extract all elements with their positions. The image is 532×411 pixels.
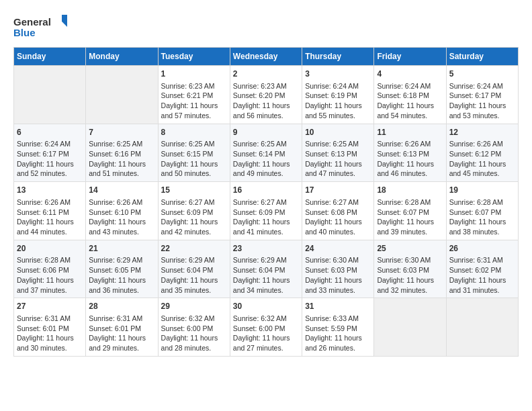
calendar-cell: 30Sunrise: 6:32 AMSunset: 6:00 PMDayligh… [230, 298, 302, 357]
day-number: 10 [305, 127, 371, 138]
daylight-text: Daylight: 11 hours and 57 minutes. [161, 101, 218, 120]
daylight-text: Daylight: 11 hours and 46 minutes. [377, 160, 434, 178]
sunset-text: Sunset: 6:01 PM [17, 324, 69, 332]
day-number: 6 [17, 127, 83, 138]
svg-text:Blue: Blue [13, 27, 36, 38]
sunset-text: Sunset: 6:19 PM [305, 91, 357, 99]
daylight-text: Daylight: 11 hours and 55 minutes. [305, 101, 362, 120]
calendar-cell [374, 298, 446, 357]
daylight-text: Daylight: 11 hours and 35 minutes. [161, 276, 218, 294]
sunset-text: Sunset: 6:04 PM [161, 266, 214, 274]
daylight-text: Daylight: 11 hours and 38 minutes. [449, 218, 506, 236]
calendar-cell: 3Sunrise: 6:24 AMSunset: 6:19 PMDaylight… [302, 66, 374, 124]
sunset-text: Sunset: 6:11 PM [17, 208, 69, 216]
day-number: 12 [449, 127, 515, 138]
daylight-text: Daylight: 11 hours and 32 minutes. [377, 276, 434, 294]
day-header: Sunday [14, 48, 86, 66]
sunset-text: Sunset: 6:13 PM [377, 150, 429, 158]
sunrise-text: Sunrise: 6:26 AM [377, 140, 431, 148]
daylight-text: Daylight: 11 hours and 54 minutes. [377, 101, 434, 120]
logo-svg: General Blue [13, 13, 67, 40]
sunset-text: Sunset: 6:17 PM [449, 91, 502, 99]
day-number: 21 [89, 243, 154, 255]
day-number: 19 [449, 185, 515, 196]
sunrise-text: Sunrise: 6:32 AM [161, 314, 215, 322]
sunrise-text: Sunrise: 6:25 AM [305, 140, 359, 148]
day-number: 15 [161, 185, 227, 196]
day-number: 4 [377, 68, 443, 80]
sunrise-text: Sunrise: 6:24 AM [449, 82, 503, 90]
daylight-text: Daylight: 11 hours and 52 minutes. [17, 160, 74, 178]
day-number: 17 [305, 185, 371, 196]
daylight-text: Daylight: 11 hours and 50 minutes. [161, 160, 218, 178]
calendar-cell [86, 66, 158, 124]
calendar-cell: 31Sunrise: 6:33 AMSunset: 5:59 PMDayligh… [302, 298, 374, 357]
sunset-text: Sunset: 6:15 PM [161, 150, 214, 158]
calendar-cell: 5Sunrise: 6:24 AMSunset: 6:17 PMDaylight… [446, 66, 518, 124]
sunset-text: Sunset: 6:00 PM [233, 324, 285, 332]
day-number: 5 [449, 68, 515, 80]
daylight-text: Daylight: 11 hours and 29 minutes. [89, 334, 146, 352]
daylight-text: Daylight: 11 hours and 42 minutes. [161, 218, 218, 236]
sunrise-text: Sunrise: 6:28 AM [377, 198, 431, 206]
day-number: 30 [233, 301, 299, 312]
daylight-text: Daylight: 11 hours and 56 minutes. [233, 101, 290, 120]
sunset-text: Sunset: 6:13 PM [305, 150, 357, 158]
day-header: Friday [374, 48, 446, 66]
calendar-cell: 28Sunrise: 6:31 AMSunset: 6:01 PMDayligh… [86, 298, 158, 357]
sunset-text: Sunset: 6:20 PM [233, 91, 285, 99]
sunrise-text: Sunrise: 6:26 AM [449, 140, 503, 148]
daylight-text: Daylight: 11 hours and 53 minutes. [449, 101, 506, 120]
sunrise-text: Sunrise: 6:25 AM [89, 140, 142, 148]
calendar-cell [14, 66, 86, 124]
calendar-cell: 7Sunrise: 6:25 AMSunset: 6:16 PMDaylight… [86, 124, 158, 182]
calendar-cell: 13Sunrise: 6:26 AMSunset: 6:11 PMDayligh… [14, 182, 86, 240]
day-number: 2 [233, 68, 299, 80]
calendar-cell: 12Sunrise: 6:26 AMSunset: 6:12 PMDayligh… [446, 124, 518, 182]
sunset-text: Sunset: 6:08 PM [305, 208, 357, 216]
day-number: 18 [377, 185, 443, 196]
sunrise-text: Sunrise: 6:27 AM [233, 198, 287, 206]
daylight-text: Daylight: 11 hours and 30 minutes. [17, 334, 74, 352]
calendar-cell: 27Sunrise: 6:31 AMSunset: 6:01 PMDayligh… [14, 298, 86, 357]
day-number: 31 [305, 301, 371, 312]
sunrise-text: Sunrise: 6:24 AM [377, 82, 431, 90]
day-number: 29 [161, 301, 227, 312]
sunrise-text: Sunrise: 6:24 AM [305, 82, 359, 90]
day-number: 22 [161, 243, 227, 255]
sunset-text: Sunset: 6:16 PM [89, 150, 141, 158]
sunset-text: Sunset: 6:06 PM [17, 266, 69, 274]
sunrise-text: Sunrise: 6:25 AM [233, 140, 287, 148]
sunset-text: Sunset: 6:05 PM [89, 266, 141, 274]
sunrise-text: Sunrise: 6:32 AM [233, 314, 287, 322]
daylight-text: Daylight: 11 hours and 44 minutes. [17, 218, 74, 236]
sunrise-text: Sunrise: 6:28 AM [449, 198, 503, 206]
day-number: 13 [17, 185, 83, 196]
sunrise-text: Sunrise: 6:30 AM [377, 256, 431, 264]
sunset-text: Sunset: 6:07 PM [449, 208, 502, 216]
sunset-text: Sunset: 6:07 PM [377, 208, 429, 216]
day-number: 1 [161, 68, 227, 80]
sunrise-text: Sunrise: 6:23 AM [233, 82, 287, 90]
daylight-text: Daylight: 11 hours and 47 minutes. [305, 160, 362, 178]
calendar-cell: 6Sunrise: 6:24 AMSunset: 6:17 PMDaylight… [14, 124, 86, 182]
day-number: 25 [377, 243, 443, 255]
daylight-text: Daylight: 11 hours and 49 minutes. [233, 160, 290, 178]
logo: General Blue [13, 13, 67, 40]
sunrise-text: Sunrise: 6:26 AM [17, 198, 71, 206]
sunset-text: Sunset: 6:17 PM [17, 150, 69, 158]
daylight-text: Daylight: 11 hours and 43 minutes. [89, 218, 146, 236]
sunset-text: Sunset: 6:10 PM [89, 208, 141, 216]
sunset-text: Sunset: 6:03 PM [305, 266, 357, 274]
sunset-text: Sunset: 6:12 PM [449, 150, 502, 158]
calendar-cell: 9Sunrise: 6:25 AMSunset: 6:14 PMDaylight… [230, 124, 302, 182]
sunrise-text: Sunrise: 6:31 AM [449, 256, 503, 264]
sunrise-text: Sunrise: 6:33 AM [305, 314, 359, 322]
day-number: 9 [233, 127, 299, 138]
sunset-text: Sunset: 6:18 PM [377, 91, 429, 99]
day-header: Saturday [446, 48, 518, 66]
sunset-text: Sunset: 6:09 PM [233, 208, 285, 216]
svg-text:General: General [13, 16, 51, 28]
sunset-text: Sunset: 6:00 PM [161, 324, 214, 332]
calendar-cell: 8Sunrise: 6:25 AMSunset: 6:15 PMDaylight… [158, 124, 230, 182]
